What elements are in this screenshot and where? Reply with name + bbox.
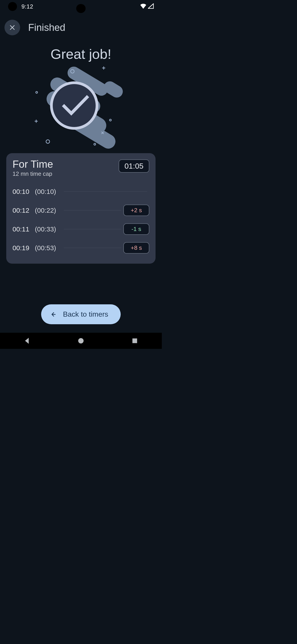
split-lap-time: 00:12 <box>12 206 35 214</box>
svg-rect-4 <box>102 79 125 100</box>
back-button-label: Back to timers <box>63 310 108 318</box>
close-button[interactable] <box>4 20 20 35</box>
close-icon <box>9 24 16 31</box>
split-row: 00:12(00:22)+2 s <box>12 201 149 220</box>
split-row: 00:11(00:33)-1 s <box>12 220 149 238</box>
split-divider <box>64 210 121 210</box>
split-cumulative-time: (00:33) <box>35 226 62 233</box>
svg-point-8 <box>46 140 50 143</box>
hero-text: Great job! <box>0 46 162 62</box>
split-lap-time: 00:11 <box>12 226 35 233</box>
success-graphic <box>34 64 128 149</box>
camera-punch <box>8 2 17 11</box>
split-lap-time: 00:19 <box>12 244 35 252</box>
arrow-left-icon <box>50 311 56 318</box>
split-cumulative-time: (00:53) <box>35 244 62 252</box>
svg-point-9 <box>94 143 96 145</box>
nav-recent-icon[interactable] <box>131 337 139 345</box>
split-lap-time: 00:10 <box>12 188 35 196</box>
split-divider <box>64 248 121 248</box>
svg-point-12 <box>78 338 84 344</box>
workout-subtitle: 12 mn time cap <box>12 170 53 177</box>
workout-title: For Time <box>12 158 53 170</box>
cell-signal-icon <box>148 3 154 10</box>
nav-back-icon[interactable] <box>23 337 31 345</box>
split-divider <box>64 229 121 229</box>
total-time-pill: 01:05 <box>119 160 149 173</box>
split-delta-pill: +8 s <box>123 242 149 254</box>
split-delta-pill: -1 s <box>123 224 149 235</box>
split-divider <box>64 192 147 192</box>
split-row: 00:10(00:10) <box>12 182 149 201</box>
page-title: Finished <box>28 22 65 33</box>
split-row: 00:19(00:53)+8 s <box>12 238 149 258</box>
notch <box>76 4 86 13</box>
split-cumulative-time: (00:10) <box>35 188 62 196</box>
status-bar: 9:12 <box>0 0 162 13</box>
splits-list: 00:10(00:10)00:12(00:22)+2 s00:11(00:33)… <box>12 182 149 258</box>
back-to-timers-button[interactable]: Back to timers <box>41 304 121 324</box>
split-delta-pill: +2 s <box>123 204 149 216</box>
page-header: Finished <box>0 13 162 38</box>
status-time: 9:12 <box>21 3 33 10</box>
svg-rect-13 <box>133 338 137 343</box>
split-cumulative-time: (00:22) <box>35 206 62 214</box>
system-navbar <box>0 333 162 349</box>
nav-home-icon[interactable] <box>77 337 85 345</box>
svg-point-7 <box>109 119 111 121</box>
status-icons <box>140 3 154 10</box>
wifi-icon <box>140 3 147 10</box>
results-card: For Time 12 mn time cap 01:05 00:10(00:1… <box>6 153 156 264</box>
svg-point-6 <box>36 92 37 93</box>
